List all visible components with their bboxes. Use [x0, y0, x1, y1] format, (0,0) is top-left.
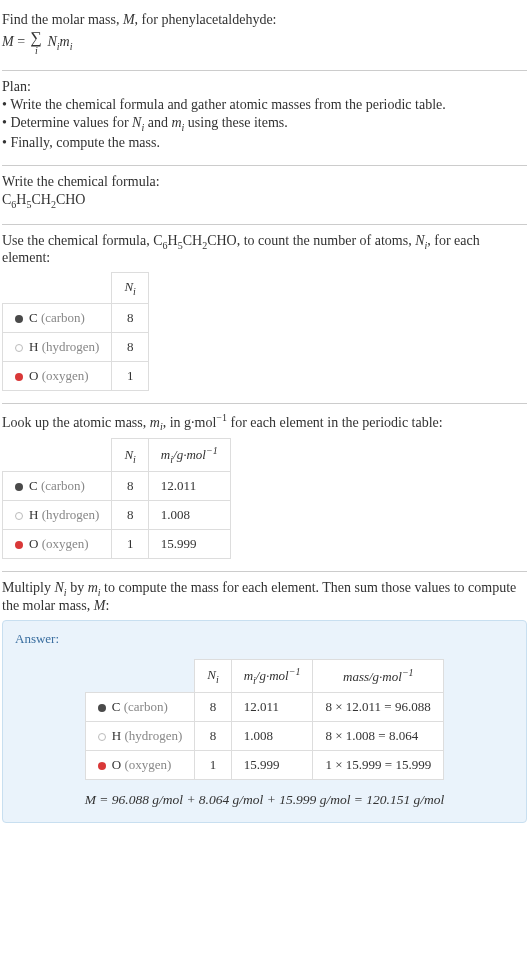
- element-cell: H (hydrogen): [85, 722, 194, 751]
- element-cell: H (hydrogen): [3, 332, 112, 361]
- n-cell: 1: [112, 530, 148, 559]
- blank-header: [3, 439, 112, 472]
- table-row: H (hydrogen) 8: [3, 332, 149, 361]
- header-m: mi/g·mol−1: [231, 660, 313, 693]
- chem-formula: C6H5CH2CHO: [2, 192, 527, 210]
- answer-box: Answer: Ni mi/g·mol−1 mass/g·mol−1 C (ca…: [2, 620, 527, 823]
- element-cell: O (oxygen): [3, 361, 112, 390]
- element-cell: C (carbon): [85, 693, 194, 722]
- n-cell: 8: [112, 472, 148, 501]
- calc-cell: 8 × 1.008 = 8.064: [313, 722, 444, 751]
- dot-icon: [15, 373, 23, 381]
- table-row: O (oxygen) 1: [3, 361, 149, 390]
- table-header-row: Ni mi/g·mol−1 mass/g·mol−1: [85, 660, 443, 693]
- count-text-a: Use the chemical formula,: [2, 233, 153, 248]
- element-cell: O (oxygen): [85, 751, 194, 780]
- header-n: Ni: [112, 439, 148, 472]
- plan-item: • Finally, compute the mass.: [2, 135, 527, 151]
- mass-table: Ni mi/g·mol−1 C (carbon) 8 12.011 H (hyd…: [2, 438, 231, 559]
- blank-header: [3, 273, 112, 304]
- table-header-row: Ni: [3, 273, 149, 304]
- count-text: Use the chemical formula, C6H5CH2CHO, to…: [2, 233, 527, 267]
- header-mass: mass/g·mol−1: [313, 660, 444, 693]
- answer-label: Answer:: [15, 631, 514, 647]
- mass-text: Look up the atomic mass, mi, in g·mol−1 …: [2, 412, 527, 432]
- result-text: Multiply Ni by mi to compute the mass fo…: [2, 580, 527, 614]
- dot-icon: [15, 512, 23, 520]
- table-row: H (hydrogen) 8 1.008: [3, 501, 231, 530]
- answer-table: Ni mi/g·mol−1 mass/g·mol−1 C (carbon) 8 …: [85, 659, 444, 780]
- dot-icon: [15, 541, 23, 549]
- dot-icon: [15, 315, 23, 323]
- plan-section: Plan: • Write the chemical formula and g…: [2, 71, 527, 166]
- dot-icon: [98, 733, 106, 741]
- m-cell: 12.011: [231, 693, 313, 722]
- table-row: O (oxygen) 1 15.999 1 × 15.999 = 15.999: [85, 751, 443, 780]
- calc-cell: 8 × 12.011 = 96.088: [313, 693, 444, 722]
- chem-formula-heading: Write the chemical formula:: [2, 174, 527, 190]
- m-cell: 12.011: [148, 472, 230, 501]
- intro-section: Find the molar mass, M, for phenylacetal…: [2, 4, 527, 71]
- count-table: Ni C (carbon) 8 H (hydrogen) 8 O (oxygen…: [2, 272, 149, 391]
- plan-item: • Determine values for Ni and mi using t…: [2, 115, 527, 133]
- header-n: Ni: [112, 273, 148, 304]
- dot-icon: [15, 344, 23, 352]
- n-cell: 8: [112, 303, 148, 332]
- dot-icon: [98, 704, 106, 712]
- count-section: Use the chemical formula, C6H5CH2CHO, to…: [2, 225, 527, 404]
- m-cell: 1.008: [148, 501, 230, 530]
- m-cell: 1.008: [231, 722, 313, 751]
- table-row: O (oxygen) 1 15.999: [3, 530, 231, 559]
- final-result: M = 96.088 g/mol + 8.064 g/mol + 15.999 …: [85, 792, 445, 808]
- mass-section: Look up the atomic mass, mi, in g·mol−1 …: [2, 404, 527, 572]
- element-cell: H (hydrogen): [3, 501, 112, 530]
- dot-icon: [98, 762, 106, 770]
- table-row: H (hydrogen) 8 1.008 8 × 1.008 = 8.064: [85, 722, 443, 751]
- header-m: mi/g·mol−1: [148, 439, 230, 472]
- plan-item: • Write the chemical formula and gather …: [2, 97, 527, 113]
- calc-cell: 1 × 15.999 = 15.999: [313, 751, 444, 780]
- n-cell: 8: [112, 501, 148, 530]
- dot-icon: [15, 483, 23, 491]
- n-cell: 8: [195, 693, 231, 722]
- n-cell: 1: [112, 361, 148, 390]
- table-row: C (carbon) 8 12.011: [3, 472, 231, 501]
- element-cell: C (carbon): [3, 472, 112, 501]
- element-cell: O (oxygen): [3, 530, 112, 559]
- table-row: C (carbon) 8 12.011 8 × 12.011 = 96.088: [85, 693, 443, 722]
- n-cell: 8: [195, 722, 231, 751]
- molar-mass-formula: M = ∑ i Nimi: [2, 30, 527, 56]
- n-cell: 8: [112, 332, 148, 361]
- m-cell: 15.999: [148, 530, 230, 559]
- plan-heading: Plan:: [2, 79, 527, 95]
- table-header-row: Ni mi/g·mol−1: [3, 439, 231, 472]
- blank-header: [85, 660, 194, 693]
- n-cell: 1: [195, 751, 231, 780]
- table-row: C (carbon) 8: [3, 303, 149, 332]
- m-cell: 15.999: [231, 751, 313, 780]
- sigma-icon: ∑ i: [31, 30, 42, 56]
- header-n: Ni: [195, 660, 231, 693]
- result-section: Multiply Ni by mi to compute the mass fo…: [2, 572, 527, 835]
- element-cell: C (carbon): [3, 303, 112, 332]
- chem-formula-section: Write the chemical formula: C6H5CH2CHO: [2, 166, 527, 225]
- intro-line: Find the molar mass, M, for phenylacetal…: [2, 12, 527, 28]
